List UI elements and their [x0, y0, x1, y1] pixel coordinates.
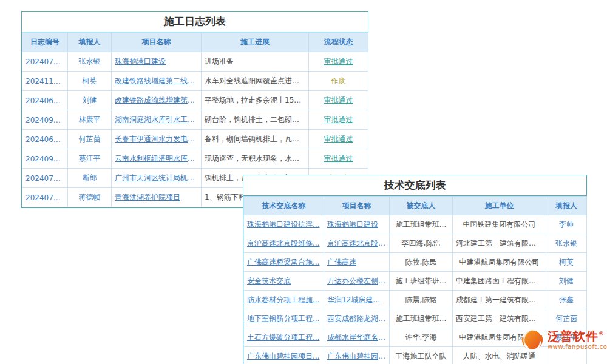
unit-cell: 中建港航局集团有限公司 [453, 253, 546, 272]
table-row: 2024090009林康平湖南洞庭湖水库引水工程...砌台阶，钩机排土，二包砌间… [22, 110, 368, 130]
column-header-project: 项目名称 [112, 33, 202, 52]
disclosure-link[interactable]: 安全技术交底 [244, 272, 324, 291]
status-badge[interactable]: 审批通过 [309, 149, 368, 169]
status-badge[interactable]: 审批通过 [309, 91, 368, 110]
project-link[interactable]: 青海洪湖养护院项目 [112, 188, 202, 207]
filler-cell: 断郎 [68, 169, 112, 188]
filler-cell: 林康平 [68, 110, 112, 130]
unit-cell: 河北建工第一建筑有限责任公司 [453, 234, 546, 253]
project-link[interactable]: 云南水利枢纽潜明水库一... [112, 149, 202, 169]
filler-cell: 蒋德帧 [68, 188, 112, 207]
project-link[interactable]: 长春市伊通河水力发电厂... [112, 130, 202, 149]
fanpu-logo-icon [521, 328, 544, 351]
project-link[interactable]: 珠海鹤港口建设 [324, 215, 390, 234]
project-link[interactable]: 广佛高速 [324, 253, 390, 272]
filler-cell: 张永银 [546, 234, 587, 253]
filler-cell: 李帅 [546, 215, 587, 234]
disclosure-link[interactable]: 土石方爆破分项工程... [244, 328, 324, 347]
progress-cell: 备料，砌间墙钩机排土，瓦工... [202, 130, 309, 149]
table-row: 地下室钢筋分项工程...西安成都路龙湖上...施工班组带班...西安建工第一建筑… [244, 309, 587, 328]
log-id-cell: 2024090009 [22, 149, 68, 169]
disclosure-header-row: 技术交底名称 项目名称 被交底人 施工单位 填报人 [244, 197, 587, 215]
table-row: 2024070011张永银珠海鹤港口建设进场准备审批通过 [22, 52, 368, 72]
project-link[interactable]: 湖南洞庭湖水库引水工程... [112, 110, 202, 130]
trademark-symbol: ® [599, 331, 605, 337]
status-badge[interactable]: 审批通过 [309, 52, 368, 72]
fanpu-url: www.fanpusoft.com [548, 343, 607, 351]
disclosure-link[interactable]: 珠海鹤港口建设抗浮... [244, 215, 324, 234]
log-id-cell: 2024110002 [22, 72, 68, 91]
table-row: 2024060006刘健改建铁路成渝线增建第二...平整场地，拉走多余泥土15辆… [22, 91, 368, 110]
person-cell: 施工班组带班... [390, 309, 453, 328]
person-cell: 李四海,陈浩 [390, 234, 453, 253]
log-id-cell: 2024060006 [22, 91, 68, 110]
unit-cell: 西安建工第一建筑有限责任公司 [453, 309, 546, 328]
unit-cell: 中建集团路面工程有限公司 [453, 272, 546, 291]
project-link[interactable]: 改建铁路线增建第二线直... [112, 72, 202, 91]
filler-cell: 张鑫 [546, 291, 587, 309]
fanpu-logo-text: 泛普软件® www.fanpusoft.com [548, 329, 607, 351]
disclosure-panel-title: 技术交底列表 [243, 175, 586, 196]
fanpu-watermark: 泛普软件® www.fanpusoft.com [521, 328, 607, 351]
unit-cell: 中国铁建集团有限公司 [453, 215, 546, 234]
project-link[interactable]: 华润12城房建工... [324, 291, 390, 309]
column-header-filler: 填报人 [546, 197, 587, 215]
column-header-status: 流程状态 [309, 33, 368, 52]
project-link[interactable]: 改建铁路成渝线增建第二... [112, 91, 202, 110]
disclosure-link[interactable]: 地下室钢筋分项工程... [244, 309, 324, 328]
log-id-cell: 2024090009 [22, 110, 68, 130]
filler-cell: 刘健 [68, 91, 112, 110]
project-link[interactable]: 成都水岸华庭名苑... [324, 328, 390, 347]
log-header-row: 日志编号 填报人 项目名称 施工进展 流程状态 [22, 33, 368, 52]
progress-cell: 进场准备 [202, 52, 309, 72]
filler-cell: 柯英 [546, 253, 587, 272]
filler-cell: 刘健 [546, 272, 587, 291]
progress-cell: 水车对全线遮阳网覆盖点进行... [202, 72, 309, 91]
table-row: 2024090009蔡江平云南水利枢纽潜明水库一...现场巡查，无积水现象，水马… [22, 149, 368, 169]
table-row: 2024060005何芷茵长春市伊通河水力发电厂...备料，砌间墙钩机排土，瓦工… [22, 130, 368, 149]
log-id-cell: 2024070009 [22, 188, 68, 207]
log-panel-title: 施工日志列表 [22, 12, 368, 32]
person-cell: 施工班组带班... [390, 215, 453, 234]
column-header-log-id: 日志编号 [22, 33, 68, 52]
person-cell: 施工班组带班... [390, 272, 453, 291]
project-link[interactable]: 珠海鹤港口建设 [112, 52, 202, 72]
status-badge[interactable]: 作废 [309, 72, 368, 91]
project-link[interactable]: 西安成都路龙湖上... [324, 309, 390, 328]
table-row: 京沪高速北京段维修...京沪高速北京段维修李四海,陈浩河北建工第一建筑有限责任公… [244, 234, 587, 253]
table-row: 防水卷材分项工程施...华润12城房建工...陈晨,陈铭成都建工第一建筑有限责任… [244, 291, 587, 309]
column-header-project: 项目名称 [324, 197, 390, 215]
disclosure-link[interactable]: 广东佛山碧桂园项目... [244, 347, 324, 364]
project-link[interactable]: 广东佛山碧桂园项目 [324, 347, 390, 364]
filler-cell: 何芷茵 [68, 130, 112, 149]
column-header-unit: 施工单位 [453, 197, 546, 215]
log-id-cell: 2024060005 [22, 130, 68, 149]
person-cell: 许华,李海 [390, 328, 453, 347]
person-cell: 陈牧,陈民 [390, 253, 453, 272]
disclosure-link[interactable]: 京沪高速北京段维修... [244, 234, 324, 253]
log-id-cell: 2024070011 [22, 52, 68, 72]
filler-cell: 蔡江平 [68, 149, 112, 169]
project-link[interactable]: 广州市天河区统计局机房... [112, 169, 202, 188]
disclosure-link[interactable]: 广佛高速桥梁承台施... [244, 253, 324, 272]
disclosure-link[interactable]: 防水卷材分项工程施... [244, 291, 324, 309]
project-link[interactable]: 万达办公楼左侧A... [324, 272, 390, 291]
project-link[interactable]: 京沪高速北京段维修 [324, 234, 390, 253]
filler-cell: 何芷茵 [546, 309, 587, 328]
status-badge[interactable]: 审批通过 [309, 110, 368, 130]
log-id-cell: 2024070011 [22, 169, 68, 188]
table-row: 珠海鹤港口建设抗浮...珠海鹤港口建设施工班组带班...中国铁建集团有限公司李帅 [244, 215, 587, 234]
filler-cell: 柯英 [68, 72, 112, 91]
person-cell: 陈晨,陈铭 [390, 291, 453, 309]
table-row: 2024110002柯英改建铁路线增建第二线直...水车对全线遮阳网覆盖点进行.… [22, 72, 368, 91]
table-row: 广佛高速桥梁承台施...广佛高速陈牧,陈民中建港航局集团有限公司柯英 [244, 253, 587, 272]
person-cell: 王海施工队全队 [390, 347, 453, 364]
status-badge[interactable]: 审批通过 [309, 130, 368, 149]
unit-cell: 成都建工第一建筑有限责任公司 [453, 291, 546, 309]
fanpu-brand-name: 泛普软件® [548, 329, 607, 343]
progress-cell: 砌台阶，钩机排土，二包砌间... [202, 110, 309, 130]
filler-cell: 张永银 [68, 52, 112, 72]
progress-cell: 现场巡查，无积水现象，水马... [202, 149, 309, 169]
column-header-disclosure-name: 技术交底名称 [244, 197, 324, 215]
column-header-person: 被交底人 [390, 197, 453, 215]
